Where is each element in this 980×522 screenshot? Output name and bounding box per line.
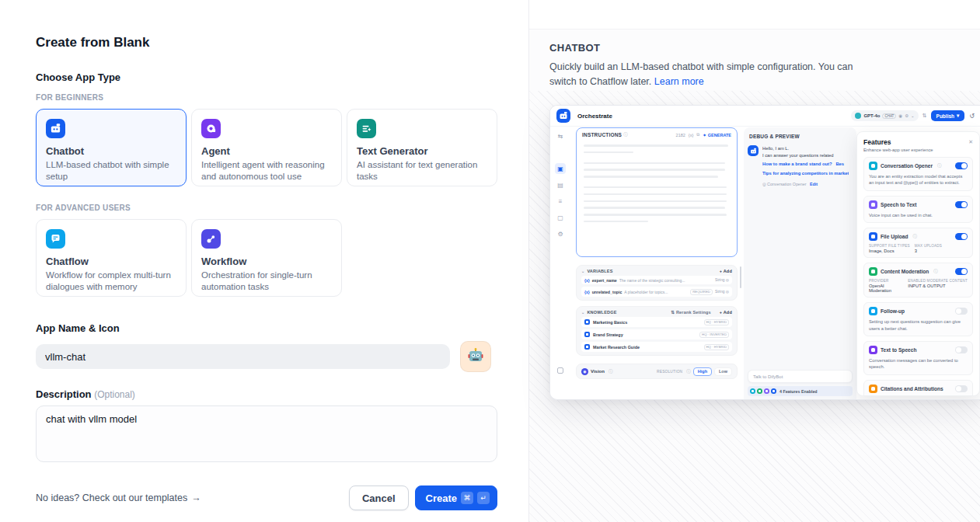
- info-icon: ⓘ: [623, 132, 628, 137]
- toggle-on: [955, 268, 968, 275]
- advanced-cards: Chatflow Workflow for complex multi-turn…: [36, 219, 497, 297]
- suggestion-link: How to make a brand stand out?: [762, 162, 832, 166]
- rerank-settings-button: ⇅ Rerank Settings: [671, 310, 710, 315]
- variable-desc: The name of the strategic consulting...: [619, 278, 713, 283]
- info-icon: ⓘ: [609, 369, 613, 374]
- generate-button: ✦GENERATE: [703, 133, 731, 137]
- app-icon-picker[interactable]: [460, 341, 491, 372]
- footer: No ideas? Check out our templates → Canc…: [36, 485, 497, 510]
- card-desc: Intelligent agent with reasoning and aut…: [201, 159, 332, 183]
- features-enabled-count: 4 Features Enabled: [779, 389, 818, 394]
- variable-icon: {x}: [584, 290, 590, 294]
- feature-col-value: INPUT & OUTPUT: [908, 284, 968, 288]
- variables-card: ⌄ VARIABLES + Add {x} expert_name The na…: [576, 265, 738, 301]
- feature-text-to-speech: Text to Speech Conversation messages can…: [863, 341, 973, 375]
- feature-col-value: Image, Docs: [869, 249, 912, 253]
- create-button-label: Create: [426, 492, 457, 504]
- description-textarea[interactable]: chat with vllm model: [36, 405, 497, 462]
- app-type-card-chatbot[interactable]: Chatbot LLM-based chatbot with simple se…: [36, 109, 187, 186]
- description-label-text: Description: [36, 388, 92, 400]
- feature-name: Citations and Attributions: [881, 386, 943, 392]
- templates-link[interactable]: No ideas? Check out our templates →: [36, 492, 201, 503]
- variable-row: {x} expert_name The name of the strategi…: [581, 276, 732, 284]
- app-avatar: [556, 109, 570, 123]
- feature-dot-icon: [750, 388, 755, 394]
- feature-desc: You are an entity extraction model that …: [869, 173, 968, 186]
- feature-name: Follow-up: [881, 308, 905, 314]
- knowledge-header: ⌄ KNOWLEDGE ⇅ Rerank Settings + Add: [581, 310, 732, 315]
- suggestion-link: Tips for analyzing competitors in market: [762, 170, 849, 177]
- knowledge-row: Brand Strategy HQ · INVERTED: [581, 329, 732, 339]
- instructions-tools: 2182 {x} ⧉ ✦GENERATE: [676, 132, 731, 137]
- feature-file-upload: File Uploadⓘ SUPPORT FILE TYPESImage, Do…: [863, 228, 973, 258]
- feature-desc: Conversation messages can be converted t…: [869, 357, 968, 371]
- dataset-name: Brand Strategy: [593, 332, 696, 337]
- spacer: [555, 147, 566, 158]
- toggle-on: [955, 162, 968, 169]
- dataset-icon: [584, 332, 590, 337]
- model-name: GPT-4o: [863, 113, 880, 118]
- notes-nav-icon: ▢: [555, 212, 566, 223]
- page-title: Create from Blank: [36, 35, 497, 50]
- feature-dot-icon: [764, 388, 769, 394]
- bot-greeting-2: I can answer your questions related: [762, 152, 849, 159]
- card-title: Chatbot: [46, 145, 176, 157]
- exchange-icon: ⇆: [555, 130, 566, 141]
- templates-link-text: No ideas? Check out our templates: [36, 492, 187, 503]
- instructions-placeholder-lines: [577, 140, 737, 232]
- feature-name: Content Moderation: [881, 269, 929, 274]
- debug-preview-panel: DEBUG & PREVIEW Hello, I am L. I can ans…: [744, 127, 856, 400]
- card-desc: AI assistant for text generation tasks: [357, 159, 487, 183]
- variable-icon: {x}: [689, 133, 693, 137]
- section-label-advanced: FOR ADVANCED USERS: [36, 204, 497, 212]
- app-type-card-workflow[interactable]: Workflow Orchestration for single-turn a…: [191, 219, 342, 297]
- app-type-card-agent[interactable]: Agent Intelligent agent with reasoning a…: [191, 109, 342, 186]
- card-desc: LLM-based chatbot with simple setup: [46, 159, 176, 183]
- app-type-card-chatflow[interactable]: Chatflow Workflow for complex multi-turn…: [36, 219, 187, 297]
- app-name-label: App Name & Icon: [36, 322, 497, 334]
- follow-up-icon: [869, 307, 877, 315]
- feature-col-label: SUPPORT FILE TYPES: [869, 244, 912, 248]
- chevron-down-icon: ⌄: [581, 310, 584, 315]
- feature-follow-up: Follow-up Setting up next questions sugg…: [863, 302, 973, 336]
- card-title: Workflow: [201, 256, 332, 267]
- spark-icon: ✦: [703, 133, 706, 137]
- app-type-card-text-generator[interactable]: Text Generator AI assistant for text gen…: [347, 109, 497, 186]
- toggle-off: [955, 308, 968, 315]
- create-button[interactable]: Create ⌘ ↵: [415, 485, 497, 510]
- instructions-card: INSTRUCTIONS ⓘ 2182 {x} ⧉ ✦GENERATE: [576, 127, 738, 257]
- features-panel: Features ✕ Enhance web-app user experien…: [856, 131, 980, 396]
- app-name-input[interactable]: [36, 344, 450, 369]
- preview-description: Quickly build an LLM-based chatbot with …: [549, 60, 864, 89]
- feature-citations: Citations and Attributions Show source d…: [863, 380, 973, 396]
- resolution-label: RESOLUTION: [657, 370, 682, 374]
- instructions-title: INSTRUCTIONS: [582, 132, 622, 137]
- model-swap-icon: ⇅: [922, 113, 927, 119]
- knowledge-row: Marketing Basics HQ · HYBRID: [581, 317, 732, 327]
- feature-name: File Upload: [881, 234, 909, 239]
- info-icon: ⓘ: [913, 234, 918, 239]
- conversation-opener-label: ◎ Conversation Opener: [762, 182, 806, 186]
- settings-icon: ⚙: [905, 113, 909, 118]
- model-provider-icon: [855, 113, 861, 119]
- cancel-button[interactable]: Cancel: [349, 485, 409, 510]
- agent-icon: [201, 119, 221, 138]
- description-optional-text: (Optional): [94, 389, 135, 400]
- conversation-opener-row: ◎ Conversation Opener Edit: [762, 182, 849, 186]
- create-form-panel: Create from Blank Choose App Type FOR BE…: [0, 0, 528, 522]
- preview-top-strip: [529, 0, 980, 30]
- feature-name: Speech to Text: [881, 202, 916, 207]
- variable-type: String ◎: [715, 290, 729, 294]
- chatbot-preview-image: Orchestrate GPT-4o CHAT ◉ ⚙ ⌄ ⇅ Publish …: [549, 105, 980, 400]
- section-label-beginners: FOR BEGINNERS: [36, 93, 497, 102]
- toggle-off: [955, 385, 968, 392]
- gear-icon: ⚙: [555, 228, 566, 239]
- dataset-icon: [584, 319, 590, 325]
- chevron-down-icon: ⌄: [581, 269, 584, 273]
- logs-nav-icon: ≡: [555, 196, 566, 207]
- learn-more-link[interactable]: Learn more: [654, 76, 704, 87]
- chatbot-icon: [46, 119, 65, 138]
- copy-icon: ⧉: [696, 132, 699, 137]
- feature-conversation-opener: Conversation Openerⓘ You are an entity e…: [863, 157, 973, 191]
- model-mode-tag: CHAT: [882, 113, 896, 119]
